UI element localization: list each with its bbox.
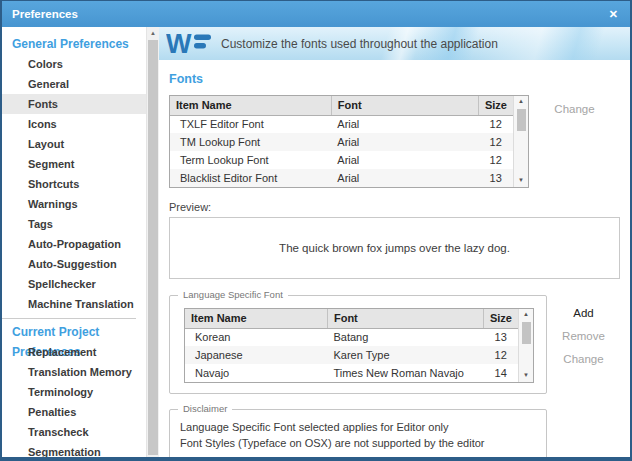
title-bar: Preferences ✕ — [2, 1, 630, 27]
table-cell: 13 — [483, 328, 518, 346]
table-cell: 12 — [478, 115, 513, 133]
sidebar-item-icons[interactable]: Icons — [2, 114, 146, 134]
table-cell: Term Lookup Font — [170, 151, 331, 169]
table-cell: 12 — [483, 346, 518, 364]
language-change-button[interactable]: Change — [563, 353, 603, 365]
disclaimer-line: Font Styles (Typeface on OSX) are not su… — [180, 435, 536, 451]
sidebar-item-machine-translation[interactable]: Machine Translation — [2, 294, 146, 314]
scrollbar-thumb[interactable] — [522, 322, 531, 344]
language-specific-font-legend: Language Specific Font — [178, 289, 288, 300]
sidebar-item-tags[interactable]: Tags — [2, 214, 146, 234]
banner: W Customize the fonts used throughout th… — [159, 27, 630, 60]
table-row[interactable]: NavajoTimes New Roman Navajo14 — [185, 364, 518, 382]
table-row[interactable]: JapaneseKaren Type12 — [185, 346, 518, 364]
table-cell: TM Lookup Font — [170, 133, 331, 151]
column-header-size[interactable]: Size — [478, 96, 513, 115]
disclaimer-line: Language Specific Font selected applies … — [180, 419, 536, 435]
sidebar-item-terminology[interactable]: Terminology — [2, 382, 146, 402]
table-cell: Arial — [331, 115, 478, 133]
preferences-dialog: Preferences ✕ General Preferences Colors… — [0, 0, 632, 461]
close-icon[interactable]: ✕ — [609, 8, 618, 21]
table-cell: Japanese — [185, 346, 327, 364]
sidebar-item-colors[interactable]: Colors — [2, 54, 146, 74]
scrollbar-down-arrow[interactable]: ▼ — [523, 371, 529, 381]
table-cell: 13 — [478, 169, 513, 187]
table-cell: Blacklist Editor Font — [170, 169, 331, 187]
table-cell: 12 — [478, 151, 513, 169]
sidebar-item-auto-propagation[interactable]: Auto-Propagation — [2, 234, 146, 254]
table-cell: Korean — [185, 328, 327, 346]
language-specific-font-group: Language Specific Font Item Name Font Si… — [169, 295, 547, 394]
disclaimer-legend: Disclaimer — [178, 403, 232, 414]
sidebar-item-segment[interactable]: Segment — [2, 154, 146, 174]
sidebar-item-segmentation[interactable]: Segmentation — [2, 442, 146, 457]
sidebar-item-warnings[interactable]: Warnings — [2, 194, 146, 214]
table-cell: Batang — [327, 328, 483, 346]
svg-text:W: W — [166, 30, 192, 57]
sidebar-item-spellchecker[interactable]: Spellchecker — [2, 274, 146, 294]
scrollbar-up-arrow[interactable]: ▲ — [518, 97, 524, 107]
disclaimer-group: Disclaimer Language Specific Font select… — [169, 409, 547, 457]
sidebar-item-translation-memory[interactable]: Translation Memory — [2, 362, 146, 382]
sidebar-scrollbar[interactable]: ▲ — [146, 27, 159, 457]
table-cell: Navajo — [185, 364, 327, 382]
sidebar-divider — [2, 318, 136, 319]
table-row[interactable]: TXLF Editor FontArial12 — [170, 115, 513, 133]
remove-button[interactable]: Remove — [562, 330, 605, 342]
sidebar-item-auto-suggestion[interactable]: Auto-Suggestion — [2, 254, 146, 274]
column-header-size[interactable]: Size — [483, 309, 518, 328]
sidebar-item-transcheck[interactable]: Transcheck — [2, 422, 146, 442]
sidebar-item-layout[interactable]: Layout — [2, 134, 146, 154]
column-header-font[interactable]: Font — [327, 309, 483, 328]
preview-label: Preview: — [169, 201, 620, 213]
sidebar-item-general[interactable]: General — [2, 74, 146, 94]
table-cell: 14 — [483, 364, 518, 382]
table-row[interactable]: TM Lookup FontArial12 — [170, 133, 513, 151]
language-table-scrollbar[interactable]: ▲ ▼ — [518, 309, 533, 382]
fonts-section-heading: Fonts — [169, 72, 620, 86]
table-cell: Karen Type — [327, 346, 483, 364]
column-header-item-name[interactable]: Item Name — [170, 96, 331, 115]
wordfast-logo-icon: W — [166, 30, 212, 57]
column-header-item-name[interactable]: Item Name — [185, 309, 327, 328]
window-title: Preferences — [12, 8, 78, 20]
fonts-table-scrollbar[interactable]: ▲ ▼ — [513, 96, 528, 187]
sidebar-heading-current-project-preferences: Current Project Preferences — [2, 322, 146, 342]
table-cell: Times New Roman Navajo — [327, 364, 483, 382]
language-specific-font-table: Item Name Font Size KoreanBatang13Japane… — [184, 308, 534, 383]
scrollbar-down-arrow[interactable]: ▼ — [518, 176, 524, 186]
scrollbar-up-arrow[interactable]: ▲ — [523, 310, 529, 320]
sidebar-item-fonts[interactable]: Fonts — [2, 94, 146, 114]
table-cell: Arial — [331, 151, 478, 169]
table-cell: Arial — [331, 133, 478, 151]
sidebar-item-shortcuts[interactable]: Shortcuts — [2, 174, 146, 194]
sidebar-heading-general-preferences: General Preferences — [2, 34, 146, 54]
table-cell: 12 — [478, 133, 513, 151]
fonts-change-button[interactable]: Change — [554, 103, 594, 115]
table-row[interactable]: Term Lookup FontArial12 — [170, 151, 513, 169]
sidebar: General Preferences Colors General Fonts… — [2, 27, 146, 457]
preview-sample-text: The quick brown fox jumps over the lazy … — [279, 242, 510, 254]
fonts-table: Item Name Font Size TXLF Editor FontAria… — [169, 95, 529, 188]
table-cell: Arial — [331, 169, 478, 187]
sidebar-item-penalties[interactable]: Penalties — [2, 402, 146, 422]
table-row[interactable]: Blacklist Editor FontArial13 — [170, 169, 513, 187]
banner-subtitle: Customize the fonts used throughout the … — [221, 37, 498, 51]
add-button[interactable]: Add — [573, 307, 593, 319]
table-row[interactable]: KoreanBatang13 — [185, 328, 518, 346]
scrollbar-up-arrow[interactable]: ▲ — [147, 27, 159, 39]
scrollbar-thumb[interactable] — [148, 40, 158, 455]
table-cell: TXLF Editor Font — [170, 115, 331, 133]
scrollbar-thumb[interactable] — [517, 109, 526, 131]
column-header-font[interactable]: Font — [331, 96, 478, 115]
preview-box: The quick brown fox jumps over the lazy … — [169, 217, 620, 279]
